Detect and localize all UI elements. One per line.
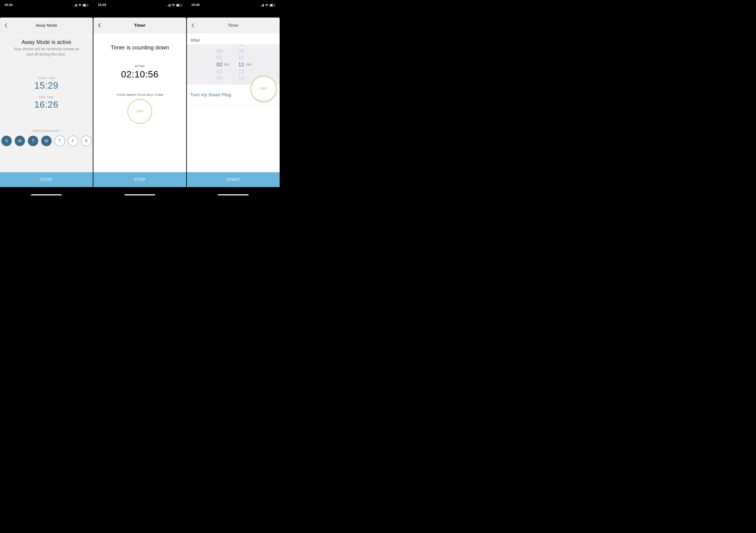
- day-toggle-w[interactable]: W: [41, 136, 52, 146]
- svg-rect-9: [169, 4, 169, 7]
- picker-value: 11: [234, 61, 244, 68]
- timer-title: Timer is counting down: [94, 44, 186, 51]
- day-toggle-f[interactable]: F: [68, 136, 78, 146]
- chevron-left-icon: [98, 23, 101, 28]
- svg-rect-2: [75, 4, 76, 7]
- hours-unit: hrs: [224, 63, 232, 67]
- svg-rect-10: [170, 4, 171, 7]
- turn-plug-label: Turn my Smart Plug: [190, 92, 231, 97]
- home-indicator[interactable]: [218, 194, 249, 196]
- bottom-bar: [94, 187, 186, 197]
- status-bar: 15:25: [94, 0, 186, 7]
- repeat-label: REPEATING EVERY: [0, 129, 93, 133]
- status-bar: 15:25: [187, 0, 280, 7]
- picker-value: 02: [212, 61, 222, 68]
- after-label: AFTER: [94, 65, 186, 68]
- chevron-left-icon: [191, 23, 194, 28]
- chevron-left-icon: [4, 23, 8, 28]
- away-subtitle: Your device will be randomly turned on a…: [4, 47, 88, 57]
- signal-icon: [73, 4, 77, 7]
- away-title: Away Mode is active: [4, 39, 88, 45]
- end-time-label: END TIME: [0, 95, 93, 99]
- status-icons: [73, 4, 88, 7]
- turn-label: YOUR SMART PLUG WILL TURN: [94, 93, 186, 96]
- svg-rect-15: [261, 5, 262, 7]
- day-toggle-s[interactable]: S: [1, 136, 12, 146]
- svg-rect-1: [74, 5, 75, 7]
- picker-value: 12: [234, 68, 244, 75]
- svg-rect-7: [167, 6, 167, 7]
- black-gap: [94, 7, 186, 17]
- end-time-block[interactable]: END TIME 16:26: [0, 95, 93, 110]
- svg-rect-8: [168, 5, 168, 7]
- black-gap: [187, 7, 280, 17]
- day-toggle-s[interactable]: S: [81, 136, 92, 146]
- back-button[interactable]: [2, 22, 10, 29]
- stop-button[interactable]: STOP: [0, 172, 93, 187]
- battery-icon: [83, 4, 88, 7]
- wifi-icon: [78, 4, 82, 7]
- picker-value: 13: [234, 75, 244, 81]
- battery-icon: [270, 4, 275, 7]
- turn-plug-row: Turn my Smart Plug OFF: [187, 84, 280, 105]
- end-time-value: 16:26: [0, 99, 93, 110]
- home-indicator[interactable]: [124, 194, 155, 196]
- day-toggle-t[interactable]: T: [54, 136, 65, 146]
- nav-title: Timer: [187, 23, 280, 28]
- picker-value: 10: [234, 54, 244, 61]
- back-button[interactable]: [189, 22, 197, 29]
- picker-value: 08: [234, 45, 244, 47]
- status-bar: 15:24: [0, 0, 93, 7]
- status-time: 15:25: [191, 3, 200, 7]
- status-time: 15:25: [98, 3, 106, 7]
- start-button[interactable]: START: [187, 172, 280, 187]
- nav-title: Away Mode: [0, 23, 93, 28]
- status-icons: [167, 4, 182, 7]
- phone-timer-countdown: 15:25 Timer Timer is counting down AFTER…: [94, 0, 186, 197]
- start-time-value: 15:29: [0, 80, 93, 91]
- svg-rect-20: [275, 5, 275, 6]
- svg-rect-0: [73, 6, 74, 7]
- day-toggle-m[interactable]: M: [15, 136, 25, 146]
- back-button[interactable]: [95, 22, 103, 29]
- picker-value: 00: [212, 47, 222, 54]
- minutes-column[interactable]: 08091011121314: [234, 45, 244, 84]
- timer-content: Timer is counting down AFTER 02:10:56 YO…: [94, 33, 186, 187]
- day-toggle-t[interactable]: T: [28, 136, 38, 146]
- picker-value: 04: [212, 75, 222, 81]
- away-content: Away Mode is active Your device will be …: [0, 33, 93, 187]
- svg-rect-3: [76, 4, 77, 7]
- after-header: After: [187, 33, 280, 45]
- status-time: 15:24: [4, 3, 13, 7]
- picker-value: 14: [234, 81, 244, 84]
- app-body: Timer Timer is counting down AFTER 02:10…: [94, 17, 186, 187]
- bottom-bar: [0, 187, 93, 197]
- picker-content: After 0001020304 hrs 08091011121314 min …: [187, 33, 280, 187]
- wifi-icon: [265, 4, 269, 7]
- svg-rect-14: [260, 6, 260, 7]
- off-toggle[interactable]: OFF: [251, 76, 277, 102]
- svg-rect-17: [263, 4, 264, 7]
- nav-bar: Timer: [187, 17, 280, 33]
- hours-column[interactable]: 0001020304: [212, 47, 222, 81]
- picker-value: 03: [212, 68, 222, 75]
- status-icons: [260, 4, 275, 7]
- minutes-unit: min: [246, 63, 254, 67]
- svg-rect-16: [262, 4, 263, 7]
- app-body: Timer After 0001020304 hrs 0809101112131…: [187, 17, 280, 187]
- start-time-block[interactable]: START TIME 15:29: [0, 77, 93, 91]
- picker-value: 09: [234, 47, 244, 54]
- picker-value: 01: [212, 54, 222, 61]
- stop-button[interactable]: STOP: [94, 172, 186, 187]
- svg-rect-19: [270, 4, 273, 6]
- phone-timer-picker: 15:25 Timer After 0001020304 hrs 0809101…: [187, 0, 280, 197]
- wifi-icon: [171, 4, 175, 7]
- signal-icon: [260, 4, 264, 7]
- phone-away-mode: 15:24 Away Mode Away Mode is active Your…: [0, 0, 93, 197]
- battery-icon: [176, 4, 182, 7]
- off-toggle[interactable]: OFF: [127, 99, 152, 124]
- days-row: SMTWTFS: [0, 136, 93, 146]
- svg-rect-13: [181, 5, 182, 6]
- home-indicator[interactable]: [31, 194, 62, 196]
- countdown-value: 02:10:56: [94, 69, 186, 80]
